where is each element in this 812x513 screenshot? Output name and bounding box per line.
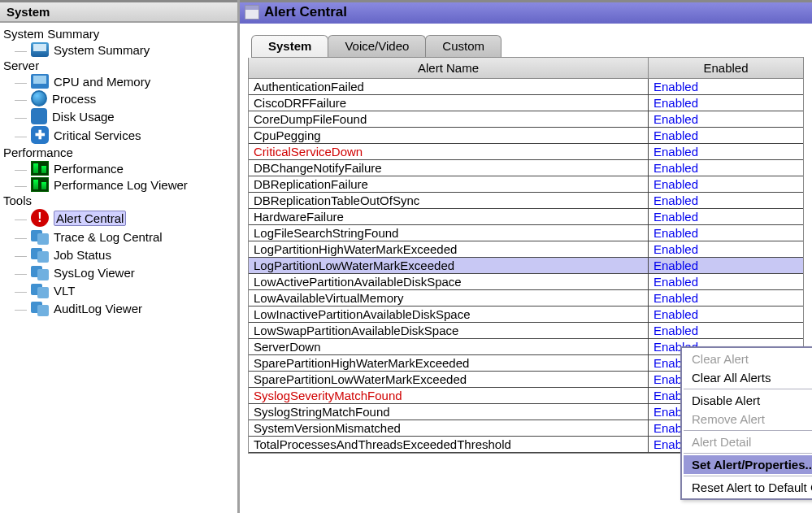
tree-branch-icon: — (15, 178, 26, 192)
alert-name-cell: LowSwapPartitionAvailableDiskSpace (249, 323, 649, 338)
alert-status-cell: Enabled (649, 209, 803, 224)
alert-name-cell: ServerDown (249, 339, 649, 354)
alert-status-cell: Enabled (649, 193, 803, 208)
tree-item-syslog-viewer[interactable]: —SysLog Viewer (0, 263, 237, 281)
tree-item-label: Process (52, 92, 96, 106)
alert-name-cell: TotalProcessesAndThreadsExceededThreshol… (249, 437, 649, 452)
alert-name-cell: LowInactivePartitionAvailableDiskSpace (249, 306, 649, 322)
tree-item-process[interactable]: —Process (0, 89, 237, 107)
menu-separator (684, 453, 812, 454)
table-row[interactable]: LowInactivePartitionAvailableDiskSpaceEn… (249, 306, 803, 323)
tree-item-cpu-and-memory[interactable]: —CPU and Memory (0, 73, 237, 89)
window-icon (245, 5, 259, 20)
table-row[interactable]: LogPartitionLowWaterMarkExceededEnabled (249, 258, 803, 274)
alert-name-cell: LowActivePartitionAvailableDiskSpace (249, 274, 649, 289)
tree-item-performance[interactable]: —Performance (0, 160, 237, 176)
alert-name-cell: DBChangeNotifyFailure (249, 160, 649, 176)
disk-icon (31, 108, 47, 124)
table-row[interactable]: CiscoDRFFailureEnabled (249, 95, 803, 111)
tree-section[interactable]: Performance (0, 145, 237, 160)
tab-custom[interactable]: Custom (425, 35, 502, 57)
tree-item-label: SysLog Viewer (54, 266, 135, 280)
tree-section[interactable]: Tools (0, 193, 237, 208)
alert-status-cell: Enabled (649, 225, 803, 241)
tree-item-label: Alert Central (54, 211, 126, 226)
menu-item-reset-alert-to-default-config[interactable]: Reset Alert to Default Config (684, 478, 812, 497)
alert-status-cell: Enabled (649, 258, 803, 273)
tree-section[interactable]: Server (0, 58, 237, 73)
alert-name-cell: LogPartitionHighWaterMarkExceeded (249, 241, 649, 257)
menu-item-set-alert-properties-[interactable]: Set Alert/Properties... (684, 455, 812, 474)
tree-section[interactable]: System Summary (0, 26, 237, 41)
table-row[interactable]: DBChangeNotifyFailureEnabled (249, 160, 803, 176)
table-row[interactable]: LogPartitionHighWaterMarkExceededEnabled (249, 241, 803, 258)
alert-icon: ! (31, 209, 49, 227)
tree-item-label: Performance (54, 162, 124, 176)
tree-branch-icon: — (15, 284, 26, 298)
tree-branch-icon: — (15, 43, 26, 57)
alert-status-cell: Enabled (649, 128, 803, 143)
app-root: System System Summary—System SummaryServ… (0, 0, 812, 513)
tree-branch-icon: — (15, 248, 26, 262)
alert-name-cell: LowAvailableVirtualMemory (249, 290, 649, 306)
col-alert-name[interactable]: Alert Name (249, 58, 649, 78)
tree-item-auditlog-viewer[interactable]: —AuditLog Viewer (0, 299, 237, 317)
alert-name-cell: SyslogSeverityMatchFound (249, 388, 649, 403)
alert-name-cell: DBReplicationTableOutOfSync (249, 193, 649, 208)
alert-status-cell: Enabled (649, 290, 803, 306)
table-row[interactable]: LowSwapPartitionAvailableDiskSpaceEnable… (249, 323, 803, 339)
tree-item-label: System Summary (54, 43, 150, 57)
main-title: Alert Central (264, 4, 347, 20)
perf-icon (31, 177, 49, 192)
alert-status-cell: Enabled (649, 111, 803, 127)
tree-branch-icon: — (15, 211, 26, 225)
alert-name-cell: AuthenticationFailed (249, 79, 649, 94)
main-panel: Alert Central SystemVoice/VideoCustom Al… (240, 0, 812, 513)
tab-system[interactable]: System (251, 35, 328, 57)
tree-item-alert-central[interactable]: —!Alert Central (0, 208, 237, 228)
table-row[interactable]: LowAvailableVirtualMemoryEnabled (249, 290, 803, 306)
alert-name-cell: SparePartitionHighWaterMarkExceeded (249, 355, 649, 371)
table-row[interactable]: AuthenticationFailedEnabled (249, 79, 803, 95)
tree-item-label: VLT (54, 284, 75, 298)
table-row[interactable]: LowActivePartitionAvailableDiskSpaceEnab… (249, 274, 803, 290)
alert-name-cell: LogFileSearchStringFound (249, 225, 649, 241)
table-row[interactable]: CpuPeggingEnabled (249, 128, 803, 144)
process-icon (31, 90, 47, 107)
tree-branch-icon: — (15, 230, 26, 244)
tree-item-disk-usage[interactable]: —Disk Usage (0, 107, 237, 125)
tree-item-vlt[interactable]: —VLT (0, 281, 237, 299)
tree-item-label: CPU and Memory (54, 75, 150, 89)
tree-item-system-summary[interactable]: —System Summary (0, 41, 237, 58)
menu-item-clear-alert: Clear Alert (684, 350, 812, 368)
col-enabled[interactable]: Enabled (649, 58, 803, 78)
alert-name-cell: CiscoDRFFailure (249, 95, 649, 111)
sidebar-title: System (0, 0, 237, 23)
menu-item-clear-all-alerts[interactable]: Clear All Alerts (684, 368, 812, 387)
table-row[interactable]: CoreDumpFileFoundEnabled (249, 111, 803, 128)
table-row[interactable]: LogFileSearchStringFoundEnabled (249, 225, 803, 241)
sidebar-tree: System Summary—System SummaryServer—CPU … (0, 23, 237, 317)
alert-name-cell: CpuPegging (249, 128, 649, 143)
alert-status-cell: Enabled (649, 176, 803, 192)
table-row[interactable]: HardwareFailureEnabled (249, 209, 803, 225)
table-row[interactable]: DBReplicationFailureEnabled (249, 176, 803, 193)
main-body: SystemVoice/VideoCustom Alert Name Enabl… (240, 24, 812, 513)
tree-branch-icon: — (15, 128, 26, 142)
menu-item-disable-alert[interactable]: Disable Alert (684, 391, 812, 410)
tree-item-trace-log-central[interactable]: —Trace & Log Central (0, 228, 237, 246)
tree-item-performance-log-viewer[interactable]: —Performance Log Viewer (0, 176, 237, 193)
alert-status-cell: Enabled (649, 274, 803, 289)
alert-status-cell: Enabled (649, 323, 803, 338)
table-row[interactable]: CriticalServiceDownEnabled (249, 144, 803, 160)
tree-item-critical-services[interactable]: —✚Critical Services (0, 125, 237, 145)
tool-icon (31, 282, 49, 298)
tree-branch-icon: — (15, 75, 26, 89)
tab-voice-video[interactable]: Voice/Video (328, 35, 426, 57)
tool-icon (31, 300, 49, 316)
cpu-icon (31, 74, 49, 89)
tree-item-job-status[interactable]: —Job Status (0, 246, 237, 263)
summary-icon (31, 42, 49, 57)
table-row[interactable]: DBReplicationTableOutOfSyncEnabled (249, 193, 803, 209)
tree-item-label: Trace & Log Central (54, 230, 163, 244)
